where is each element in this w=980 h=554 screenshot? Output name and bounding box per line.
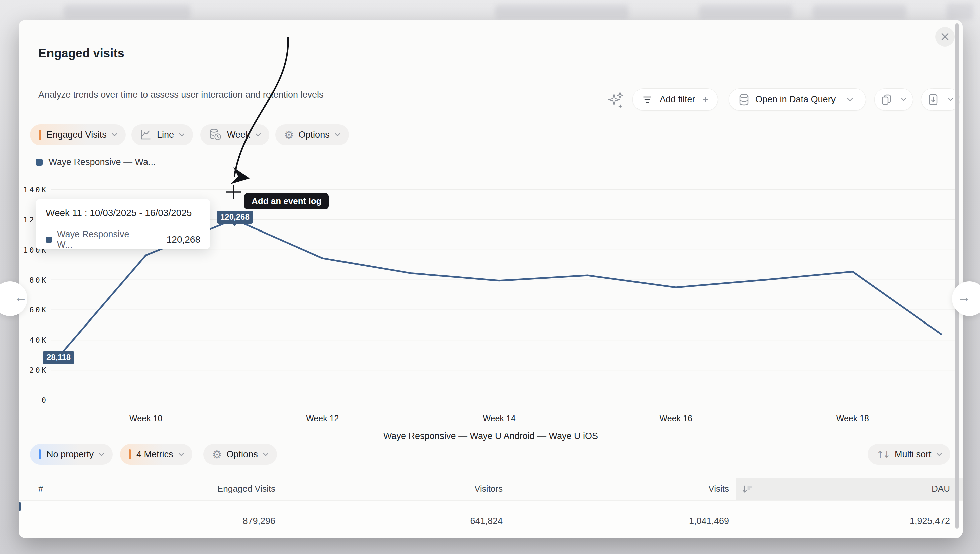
database-icon — [738, 94, 749, 106]
chevron-down-icon — [112, 134, 117, 137]
tooltip-row: Waye Responsive — W... 120,268 — [46, 229, 200, 250]
cell-visits: 1,041,469 — [689, 516, 729, 526]
cell-dau: 1,925,472 — [910, 516, 950, 526]
x-axis-label: Week 10 — [129, 414, 162, 423]
chevron-down-icon — [256, 134, 261, 137]
property-selector[interactable]: No property — [30, 444, 113, 465]
row-series-indicator — [19, 503, 21, 511]
property-label: No property — [46, 449, 94, 460]
add-filter-label: Add filter — [660, 94, 695, 105]
x-axis-label: Week 14 — [483, 414, 515, 423]
duplicate-button[interactable] — [874, 88, 913, 111]
column-header-dau[interactable]: DAU — [932, 484, 950, 494]
y-axis-label: 60K — [29, 306, 48, 314]
chevron-down-icon[interactable] — [901, 98, 906, 101]
cell-visitors: 641,824 — [470, 516, 503, 526]
tooltip-series-label: Waye Responsive — W... — [57, 229, 156, 250]
table-options-label: Options — [227, 449, 258, 460]
open-in-data-query-label: Open in Data Query — [755, 94, 835, 105]
granularity-label: Week — [227, 130, 250, 140]
table-controls: No property 4 Metrics ⚙ Options ↑↓ Multi… — [19, 444, 963, 465]
y-axis-label: 80K — [29, 276, 48, 284]
metrics-accent-bar — [129, 449, 131, 459]
download-icon — [928, 94, 938, 105]
divider — [843, 88, 844, 111]
table-header-row: # Engaged Visits Visitors Visits DAU — [19, 478, 963, 500]
chevron-down-icon — [263, 453, 268, 456]
add-event-crosshair-icon[interactable] — [226, 184, 242, 200]
x-axis-label: Week 16 — [660, 414, 692, 423]
gear-icon: ⚙ — [284, 129, 294, 142]
scrollbar-thumb[interactable] — [955, 24, 959, 529]
table-options-selector[interactable]: ⚙ Options — [204, 444, 277, 465]
legend-swatch — [36, 159, 43, 166]
multi-sort-button[interactable]: ↑↓ Multi sort — [868, 444, 950, 465]
y-axis-label: 40K — [29, 336, 48, 344]
toolbar: Add filter + Open in Data Query — [19, 88, 963, 111]
chevron-down-icon — [937, 453, 942, 456]
column-header-visitors[interactable]: Visitors — [474, 484, 503, 494]
y-axis-label: 140K — [24, 186, 48, 194]
chart-options-selector[interactable]: ⚙ Options — [275, 124, 349, 145]
gear-icon: ⚙ — [212, 448, 222, 461]
sorted-column-highlight — [735, 478, 963, 500]
export-button[interactable] — [921, 88, 960, 111]
background-blob — [495, 5, 629, 19]
background-blob — [813, 5, 907, 19]
filter-icon — [642, 96, 652, 104]
tooltip-series-swatch — [46, 237, 52, 242]
line-chart-icon — [140, 129, 151, 140]
granularity-selector[interactable]: Week — [200, 124, 269, 145]
table-row[interactable]: 879,296 641,824 1,041,469 1,925,472 — [19, 500, 963, 538]
chevron-down-icon — [178, 453, 184, 456]
background-blob — [699, 5, 793, 19]
modal-scrollbar[interactable] — [955, 24, 959, 535]
chevron-down-icon[interactable] — [847, 98, 853, 101]
close-button[interactable] — [935, 27, 955, 46]
open-in-data-query-button[interactable]: Open in Data Query — [729, 88, 866, 111]
chevron-down-icon — [179, 134, 184, 137]
chart-series-caption: Waye Responsive — Waye U Android — Waye … — [19, 431, 963, 441]
add-event-log-tooltip: Add an event log — [244, 193, 329, 209]
background-blob — [64, 5, 191, 19]
data-point-badge-peak: 120,268 — [217, 211, 253, 224]
column-header-visits[interactable]: Visits — [708, 484, 729, 494]
tooltip-title: Week 11 : 10/03/2025 - 16/03/2025 — [46, 208, 200, 218]
chevron-down-icon[interactable] — [948, 98, 953, 101]
y-axis-label: 20K — [29, 366, 48, 374]
time-database-icon — [209, 129, 222, 141]
column-header-index[interactable]: # — [38, 484, 43, 494]
metric-selector[interactable]: Engaged Visits — [30, 124, 126, 145]
metrics-selector[interactable]: 4 Metrics — [120, 444, 192, 465]
chart-tooltip: Week 11 : 10/03/2025 - 16/03/2025 Waye R… — [36, 199, 210, 249]
legend-item[interactable]: Waye Responsive — Wa... — [36, 157, 156, 167]
close-icon — [940, 32, 949, 41]
cell-engaged-visits: 879,296 — [242, 516, 275, 526]
x-axis-label: Week 12 — [306, 414, 339, 423]
sparkles-icon[interactable] — [608, 91, 624, 108]
chart-type-selector[interactable]: Line — [132, 124, 193, 145]
plus-icon: + — [702, 94, 708, 105]
tooltip-series-value: 120,268 — [167, 234, 200, 245]
chart-type-label: Line — [157, 130, 174, 140]
metrics-label: 4 Metrics — [137, 449, 173, 460]
add-filter-button[interactable]: Add filter + — [633, 88, 718, 111]
data-point-badge-start: 28,118 — [43, 351, 74, 364]
property-accent-bar — [39, 449, 41, 459]
chevron-right-icon[interactable]: → — [957, 290, 970, 305]
column-header-engaged-visits[interactable]: Engaged Visits — [217, 484, 275, 494]
chevron-left-icon[interactable]: ← — [14, 290, 27, 305]
page-title: Engaged visits — [38, 46, 124, 60]
background-blob — [947, 3, 973, 20]
multi-sort-label: Multi sort — [895, 449, 932, 460]
copy-icon — [881, 94, 891, 105]
metric-accent-bar — [39, 130, 41, 140]
engaged-visits-modal: Engaged visits Analyze trends over time … — [19, 20, 963, 538]
chevron-down-icon — [99, 453, 104, 456]
sort-descending-icon[interactable] — [742, 485, 752, 494]
y-axis-label: 0 — [42, 396, 48, 404]
sort-arrows-icon: ↑↓ — [876, 449, 889, 460]
metric-label: Engaged Visits — [46, 130, 107, 140]
chevron-down-icon — [335, 134, 340, 137]
chart-options-label: Options — [299, 130, 330, 140]
